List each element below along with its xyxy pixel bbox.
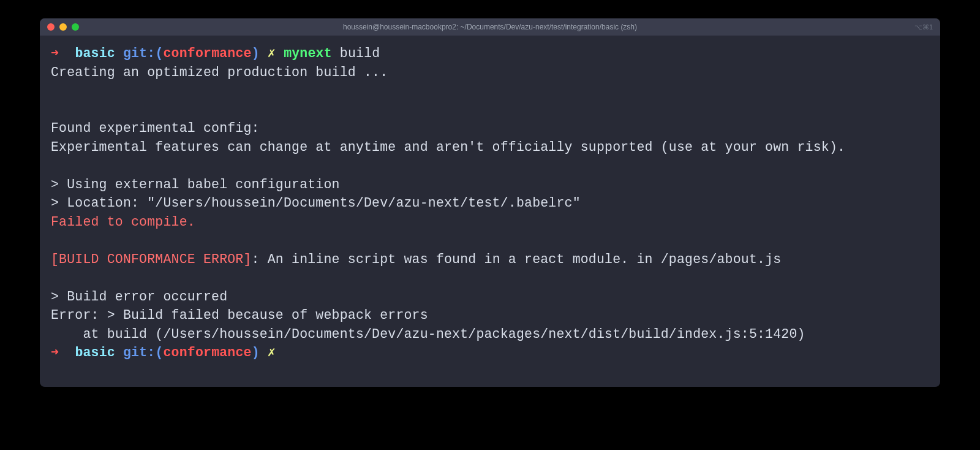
prompt-line-2: ➜ basic git:(conformance) ✗ <box>51 343 929 362</box>
output-blank <box>51 269 929 288</box>
shell-indicator: ⌥⌘1 <box>914 23 933 31</box>
close-button[interactable] <box>47 23 55 31</box>
git-prefix: git:( <box>123 345 164 360</box>
minimize-button[interactable] <box>59 23 67 31</box>
terminal-body[interactable]: ➜ basic git:(conformance) ✗ mynext build… <box>40 36 940 387</box>
title-bar: houssein@houssein-macbookpro2: ~/Documen… <box>40 18 940 36</box>
output-line: Experimental features can change at anyt… <box>51 138 929 157</box>
output-blank <box>51 82 929 101</box>
prompt-arrow-icon: ➜ <box>51 46 59 61</box>
dirty-icon: ✗ <box>268 46 276 61</box>
output-line: Creating an optimized production build .… <box>51 63 929 82</box>
prompt-dir: basic <box>75 46 115 61</box>
git-suffix: ) <box>252 345 260 360</box>
output-line: > Location: "/Users/houssein/Documents/D… <box>51 194 929 213</box>
output-blank <box>51 156 929 175</box>
git-branch: conformance <box>164 46 252 61</box>
error-message: : An inline script was found in a react … <box>252 252 782 267</box>
git-suffix: ) <box>252 46 260 61</box>
traffic-lights <box>47 23 79 31</box>
conformance-error-line: [BUILD CONFORMANCE ERROR]: An inline scr… <box>51 250 929 269</box>
dirty-icon: ✗ <box>268 345 276 360</box>
output-line: > Using external babel configuration <box>51 175 929 194</box>
prompt-line-1: ➜ basic git:(conformance) ✗ mynext build <box>51 44 929 63</box>
command-part-2: build <box>340 46 380 61</box>
terminal-window: houssein@houssein-macbookpro2: ~/Documen… <box>40 18 940 387</box>
window-title: houssein@houssein-macbookpro2: ~/Documen… <box>343 23 637 31</box>
output-blank <box>51 101 929 120</box>
prompt-arrow-icon: ➜ <box>51 345 59 360</box>
output-blank <box>51 231 929 250</box>
maximize-button[interactable] <box>72 23 79 31</box>
error-tag: [BUILD CONFORMANCE ERROR] <box>51 252 252 267</box>
compile-fail-line: Failed to compile. <box>51 213 929 232</box>
git-branch: conformance <box>164 345 252 360</box>
output-line: > Build error occurred <box>51 288 929 307</box>
output-line: Found experimental config: <box>51 119 929 138</box>
output-line: Error: > Build failed because of webpack… <box>51 306 929 325</box>
prompt-dir: basic <box>75 345 115 360</box>
command-part-1: mynext <box>284 46 332 61</box>
git-prefix: git:( <box>123 46 164 61</box>
output-line: at build (/Users/houssein/Documents/Dev/… <box>51 325 929 344</box>
